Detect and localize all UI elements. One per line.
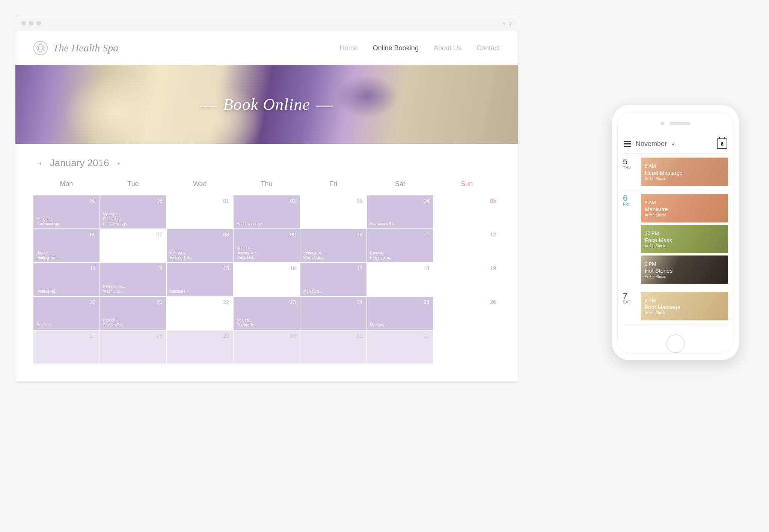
- browser-window: ‹ › The Health Spa Home Online Booking A…: [15, 15, 518, 382]
- nav-home[interactable]: Home: [340, 44, 358, 52]
- window-minimize-icon[interactable]: [29, 21, 33, 26]
- calendar-cell[interactable]: 12: [434, 229, 500, 262]
- weekday-label: Sat: [367, 176, 433, 195]
- calendar-cell[interactable]: 02ManicureFoot massage: [33, 195, 100, 228]
- cell-date: 23: [290, 299, 296, 305]
- phone-day-list[interactable]: 5THU8 AMHead MassageAt the Studio6FRI8 A…: [623, 154, 728, 325]
- calendar-cell[interactable]: 22: [167, 297, 233, 330]
- calendar-cell[interactable]: 18: [367, 263, 433, 296]
- calendar-cell[interactable]: 06Rea ea...Peeling Tre...: [33, 229, 100, 262]
- calendar-cell[interactable]: 30: [234, 331, 300, 364]
- day-number: 7: [623, 292, 637, 300]
- next-month-icon[interactable]: ►: [116, 160, 122, 166]
- site-header: The Health Spa Home Online Booking About…: [15, 31, 518, 65]
- cell-date: 16: [290, 265, 296, 271]
- chevron-up-icon[interactable]: ▲: [671, 142, 675, 146]
- calendar-cell[interactable]: 07: [100, 229, 166, 262]
- month-label: January 2016: [50, 157, 109, 169]
- calendar-cell[interactable]: 09Rea ea...Peeling Tre...Wash Out...: [234, 229, 300, 262]
- svg-point-2: [39, 44, 42, 53]
- calendar-cell[interactable]: 25Manicure...: [367, 297, 433, 330]
- calendar-cell[interactable]: 01: [167, 195, 233, 228]
- nav-contact[interactable]: Contact: [476, 44, 500, 52]
- cell-date: 22: [223, 299, 229, 305]
- phone-month-label[interactable]: November: [636, 140, 667, 148]
- calendar-cell[interactable]: 14Peeling Tre...Wash Out...: [100, 263, 166, 296]
- appointment-card[interactable]: 2 PMHot StonesAt the Studio: [641, 255, 728, 284]
- calendar-cell[interactable]: 17Manicure...: [300, 263, 366, 296]
- day-group: 6FRI8 AMManicureAt the Studio12 PMFace M…: [623, 190, 728, 288]
- cell-date: 19: [490, 265, 496, 271]
- cell-date: 27: [90, 333, 96, 339]
- phone-home-button[interactable]: [666, 334, 685, 353]
- window-maximize-icon[interactable]: [36, 21, 41, 26]
- prev-month-icon[interactable]: ◄: [37, 160, 42, 166]
- day-of-week: SAT: [623, 300, 637, 304]
- calendar-cell[interactable]: 05: [434, 195, 500, 228]
- card-time: 9 AM: [645, 298, 724, 303]
- cell-date: 13: [90, 265, 96, 271]
- cell-date: 12: [490, 231, 496, 237]
- calendar-cell[interactable]: 11Rea ea...Peeling Tre...: [367, 229, 433, 262]
- calendar-cell[interactable]: 28: [100, 331, 166, 364]
- card-title: Hot Stones: [645, 268, 724, 274]
- appointment-card[interactable]: 8 AMHead MassageAt the Studio: [641, 158, 728, 186]
- cell-events: Manicure...: [370, 323, 430, 328]
- cell-date: 02: [290, 198, 296, 204]
- calendar-cell[interactable]: 04Hot stones ther...: [367, 195, 433, 228]
- calendar-cell[interactable]: 26: [434, 297, 500, 330]
- calendar-today-icon[interactable]: 6: [717, 138, 727, 149]
- cell-date: 15: [223, 265, 229, 271]
- hero-banner: Book Online: [15, 65, 518, 144]
- calendar-cell[interactable]: 10Peeling Tre...Wash Out...: [300, 229, 366, 262]
- menu-icon[interactable]: [624, 141, 631, 147]
- calendar-cell[interactable]: 03ManicureFace maskFoot massage: [100, 195, 166, 228]
- calendar-cell[interactable]: 15Manicure...: [167, 263, 233, 296]
- cell-events: Rea ea...Peeling Tre...: [103, 318, 163, 328]
- day-group: 7SAT9 AMFoot MassageAt the Studio: [623, 288, 728, 325]
- browser-forward-icon[interactable]: ›: [510, 19, 512, 27]
- weekday-label: Thu: [234, 176, 300, 195]
- logo-icon: [33, 41, 48, 55]
- nav-about-us[interactable]: About Us: [434, 44, 461, 52]
- day-label[interactable]: 5THU: [623, 158, 637, 186]
- appointment-card[interactable]: 8 AMManicureAt the Studio: [641, 194, 728, 222]
- card-title: Foot Massage: [645, 304, 724, 310]
- phone-hardware-top: [618, 112, 733, 135]
- calendar-cell[interactable]: 31: [300, 331, 366, 364]
- phone-screen: November ▲ 6 5THU8 AMHead MassageAt the …: [617, 112, 734, 353]
- calendar-cell[interactable]: 03: [300, 195, 366, 228]
- brand[interactable]: The Health Spa: [33, 41, 118, 55]
- day-label[interactable]: 7SAT: [623, 292, 637, 320]
- browser-back-icon[interactable]: ‹: [503, 19, 505, 27]
- calendar-cell[interactable]: 16: [234, 263, 300, 296]
- card-time: 12 PM: [645, 230, 724, 236]
- cell-date: 20: [90, 299, 96, 305]
- day-label[interactable]: 6FRI: [623, 194, 637, 284]
- calendar-cell[interactable]: 19: [434, 263, 500, 296]
- calendar-cell[interactable]: 08Rea ea...Peeling Tre...: [167, 229, 233, 262]
- calendar-cell[interactable]: 27: [33, 331, 100, 364]
- card-title: Head Massage: [645, 170, 724, 176]
- calendar-cell[interactable]: 02Head massage: [234, 195, 300, 228]
- window-close-icon[interactable]: [21, 21, 26, 26]
- cell-events: Hot stones ther...: [370, 221, 430, 226]
- weekday-row: MonTueWedThuFriSatSun: [33, 176, 500, 195]
- cell-date: 02: [90, 198, 96, 204]
- calendar-cell[interactable]: 23Rea ea...Peeling Tre...: [234, 297, 300, 330]
- calendar-cell[interactable]: 13Peeling Tre...: [33, 263, 100, 296]
- calendar-cell[interactable]: 21Rea ea...Peeling Tre...: [100, 297, 166, 330]
- appointment-card[interactable]: 9 AMFoot MassageAt the Studio: [641, 292, 728, 320]
- nav-online-booking[interactable]: Online Booking: [373, 44, 419, 52]
- day-of-week: FRI: [623, 202, 637, 206]
- cell-date: 25: [424, 299, 430, 305]
- cell-events: Rea ea...Peeling Tre...: [170, 250, 230, 260]
- appointment-card[interactable]: 12 PMFace MaskAt the Studio: [641, 225, 728, 253]
- cell-events: Rea ea...Peeling Tre...: [237, 318, 297, 328]
- svg-point-3: [35, 43, 46, 53]
- card-list: 8 AMManicureAt the Studio12 PMFace MaskA…: [641, 194, 728, 284]
- calendar-cell[interactable]: 24: [300, 297, 366, 330]
- calendar-cell[interactable]: 01: [367, 331, 433, 364]
- calendar-cell[interactable]: 29: [167, 331, 233, 364]
- calendar-cell[interactable]: 20Manicure...: [33, 297, 100, 330]
